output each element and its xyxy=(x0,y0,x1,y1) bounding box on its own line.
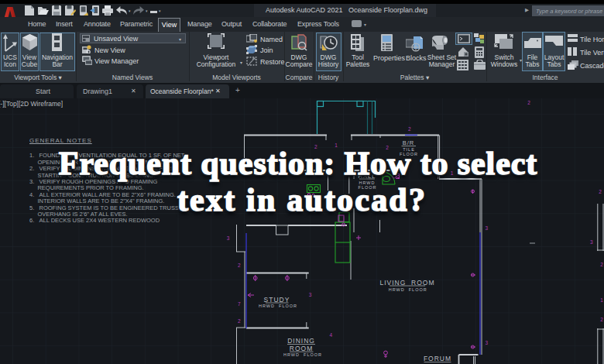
svg-text:DINING: DINING xyxy=(287,337,315,345)
svg-text:2: 2 xyxy=(408,126,411,132)
svg-text:2: 2 xyxy=(600,317,603,322)
svg-text:1: 1 xyxy=(600,297,603,303)
svg-text:3: 3 xyxy=(227,235,230,241)
svg-text:4: 4 xyxy=(330,332,333,338)
svg-text:3: 3 xyxy=(485,340,488,345)
svg-text:ROOM: ROOM xyxy=(290,345,313,352)
svg-text:HRWD FLOOR: HRWD FLOOR xyxy=(283,352,322,357)
svg-text:HRWD FLOOR: HRWD FLOOR xyxy=(259,304,297,308)
svg-text:2: 2 xyxy=(600,262,603,267)
svg-text:3: 3 xyxy=(309,292,312,297)
svg-text:2: 2 xyxy=(238,263,241,268)
svg-text:3: 3 xyxy=(485,225,488,231)
svg-text:HRWD FLOOR: HRWD FLOOR xyxy=(389,287,427,292)
svg-text:LIVING ROOM: LIVING ROOM xyxy=(379,279,434,287)
svg-text:FORUM: FORUM xyxy=(424,355,451,362)
svg-text:3: 3 xyxy=(590,239,593,245)
svg-text:2: 2 xyxy=(527,100,530,105)
svg-text:STUDY: STUDY xyxy=(264,296,290,304)
svg-text:2: 2 xyxy=(238,318,241,324)
svg-text:7: 7 xyxy=(238,301,241,307)
